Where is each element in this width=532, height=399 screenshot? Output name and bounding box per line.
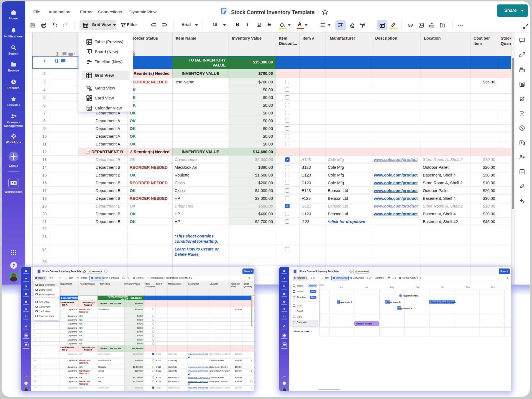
svg-text:B: B xyxy=(521,83,523,86)
svg-text:31: 31 xyxy=(88,108,91,110)
